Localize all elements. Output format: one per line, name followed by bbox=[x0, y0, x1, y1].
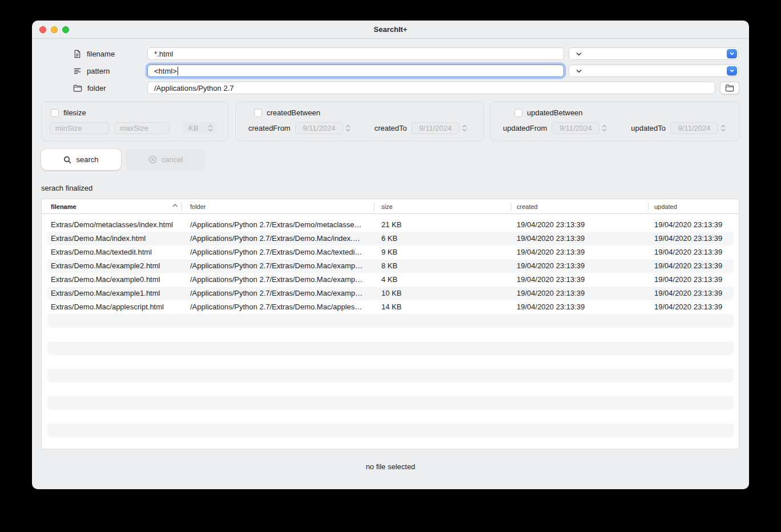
folder-input[interactable] bbox=[147, 82, 715, 94]
filename-history-combo[interactable] bbox=[569, 47, 739, 60]
combo-dropdown-button[interactable] bbox=[727, 49, 737, 58]
table-row[interactable]: Extras/Demo.Mac/example2.html/Applicatio… bbox=[42, 259, 739, 273]
created-to-stepper[interactable] bbox=[461, 122, 468, 134]
table-row-empty bbox=[42, 314, 739, 328]
cell-folder: /Applications/Python 2.7/Extras/Demo.Mac… bbox=[182, 300, 375, 314]
table-row-empty bbox=[42, 328, 739, 341]
column-header-size[interactable]: size bbox=[375, 199, 512, 214]
column-header-created[interactable]: created bbox=[512, 199, 649, 214]
cancel-button[interactable]: cancel bbox=[126, 149, 206, 170]
search-button[interactable]: search bbox=[41, 149, 121, 170]
column-header-updated[interactable]: updated bbox=[649, 199, 739, 214]
created-from-label: createdFrom bbox=[248, 124, 291, 132]
min-size-input[interactable] bbox=[50, 122, 109, 134]
cell-size: 4 KB bbox=[375, 273, 512, 287]
sort-ascending-icon bbox=[172, 203, 178, 208]
table-row-empty bbox=[42, 369, 739, 382]
cell-size: 10 KB bbox=[375, 287, 512, 300]
cell-size: 8 KB bbox=[375, 259, 512, 273]
table-row[interactable]: Extras/Demo.Mac/applescript.html/Applica… bbox=[42, 300, 739, 314]
table-row[interactable]: Extras/Demo/metaclasses/index.html/Appli… bbox=[42, 218, 739, 232]
table-row[interactable]: Extras/Demo.Mac/index.html/Applications/… bbox=[42, 232, 739, 245]
browse-folder-button[interactable] bbox=[720, 82, 739, 94]
updated-to-label: updatedTo bbox=[631, 124, 666, 132]
action-buttons: search cancel bbox=[41, 149, 740, 170]
cell-folder: /Applications/Python 2.7/Extras/Demo.Mac… bbox=[182, 259, 375, 273]
search-form: filename bbox=[41, 47, 740, 94]
window-title: SearchIt+ bbox=[374, 25, 408, 34]
cell-filename: Extras/Demo.Mac/example1.html bbox=[42, 287, 182, 300]
updated-to-input[interactable] bbox=[670, 122, 718, 134]
cell-size: 6 KB bbox=[375, 232, 512, 245]
folder-icon bbox=[73, 84, 82, 92]
cell-created: 19/04/2020 23:13:39 bbox=[512, 287, 649, 300]
text-lines-icon bbox=[73, 67, 82, 75]
created-from-input[interactable] bbox=[295, 122, 343, 134]
folder-label: folder bbox=[41, 84, 147, 92]
cell-updated: 19/04/2020 23:13:39 bbox=[649, 300, 739, 314]
cell-filename: Extras/Demo.Mac/applescript.html bbox=[42, 300, 182, 314]
cell-updated: 19/04/2020 23:13:39 bbox=[649, 259, 739, 273]
pattern-label: pattern bbox=[41, 67, 147, 75]
updated-between-label: updatedBetween bbox=[527, 108, 583, 117]
created-to-label: createdTo bbox=[375, 124, 407, 132]
created-filter-box: createdBetween createdFrom createdTo bbox=[235, 102, 484, 142]
cell-size: 9 KB bbox=[375, 245, 512, 259]
cell-updated: 19/04/2020 23:13:39 bbox=[649, 273, 739, 287]
cell-filename: Extras/Demo/metaclasses/index.html bbox=[42, 218, 182, 232]
created-between-label: createdBetween bbox=[267, 108, 320, 117]
column-header-filename[interactable]: filename bbox=[42, 199, 182, 214]
close-button[interactable] bbox=[39, 26, 46, 33]
filesize-label: filesize bbox=[63, 108, 86, 117]
table-row[interactable]: Extras/Demo.Mac/example0.html/Applicatio… bbox=[42, 273, 739, 287]
updated-from-stepper[interactable] bbox=[601, 122, 608, 134]
cancel-circle-icon bbox=[148, 155, 157, 164]
column-header-folder[interactable]: folder bbox=[182, 199, 375, 214]
table-row[interactable]: Extras/Demo.Mac/textedit.html/Applicatio… bbox=[42, 245, 739, 259]
results-table: filename folder size created updated Ext… bbox=[41, 199, 739, 449]
titlebar: SearchIt+ bbox=[32, 21, 749, 39]
text-caret bbox=[178, 67, 179, 75]
max-size-input[interactable] bbox=[114, 122, 170, 134]
minimize-button[interactable] bbox=[51, 26, 58, 33]
document-icon bbox=[73, 50, 82, 58]
pattern-history-combo[interactable] bbox=[569, 65, 739, 77]
folder-row: folder bbox=[41, 82, 740, 94]
cell-filename: Extras/Demo.Mac/index.html bbox=[42, 232, 182, 245]
up-down-chevrons-icon bbox=[208, 124, 213, 132]
cell-updated: 19/04/2020 23:13:39 bbox=[649, 232, 739, 245]
cell-size: 14 KB bbox=[375, 300, 512, 314]
table-row-empty bbox=[42, 341, 739, 355]
created-from-stepper[interactable] bbox=[344, 122, 352, 134]
created-to-input[interactable] bbox=[412, 122, 460, 134]
table-row[interactable]: Extras/Demo.Mac/example1.html/Applicatio… bbox=[42, 287, 739, 300]
cell-created: 19/04/2020 23:13:39 bbox=[512, 273, 649, 287]
zoom-button[interactable] bbox=[62, 26, 69, 33]
cell-folder: /Applications/Python 2.7/Extras/Demo/met… bbox=[182, 218, 375, 232]
chevron-down-icon bbox=[575, 67, 583, 75]
cell-folder: /Applications/Python 2.7/Extras/Demo.Mac… bbox=[182, 232, 375, 245]
filename-row: filename bbox=[41, 47, 740, 60]
table-row-empty bbox=[42, 396, 739, 410]
created-between-checkbox[interactable] bbox=[254, 109, 262, 117]
filesize-filter-box: filesize KB bbox=[41, 102, 228, 142]
search-icon bbox=[63, 156, 71, 164]
size-unit-popup[interactable]: KB bbox=[183, 122, 217, 134]
cell-created: 19/04/2020 23:13:39 bbox=[512, 232, 649, 245]
cell-updated: 19/04/2020 23:13:39 bbox=[649, 218, 739, 232]
combo-dropdown-button[interactable] bbox=[727, 66, 737, 75]
app-window: SearchIt+ filename bbox=[32, 21, 749, 489]
pattern-input[interactable]: <html> bbox=[147, 65, 564, 77]
cell-filename: Extras/Demo.Mac/example2.html bbox=[42, 259, 182, 273]
filesize-checkbox[interactable] bbox=[51, 109, 59, 117]
filename-input[interactable] bbox=[147, 47, 564, 60]
updated-to-stepper[interactable] bbox=[719, 122, 727, 134]
updated-from-input[interactable] bbox=[551, 122, 599, 134]
selection-status: no file selected bbox=[41, 462, 740, 471]
filter-row: filesize KB createdBetween bbox=[41, 102, 740, 142]
cell-created: 19/04/2020 23:13:39 bbox=[512, 245, 649, 259]
table-row-empty bbox=[42, 410, 739, 424]
table-body: Extras/Demo/metaclasses/index.html/Appli… bbox=[42, 214, 739, 449]
updated-between-checkbox[interactable] bbox=[514, 109, 522, 117]
cell-updated: 19/04/2020 23:13:39 bbox=[649, 245, 739, 259]
